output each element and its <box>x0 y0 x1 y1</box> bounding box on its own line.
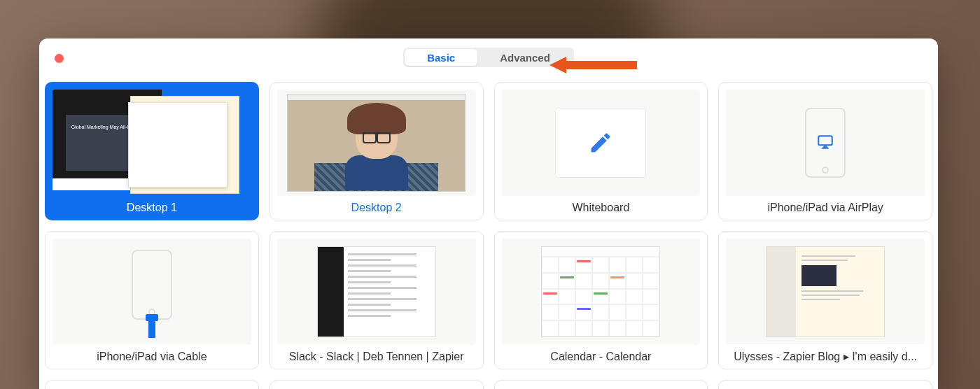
tab-segmented-control: Basic Advanced <box>403 48 574 67</box>
source-ulysses[interactable]: Ulysses - Zapier Blog ▸ I'm easily d... <box>718 231 932 369</box>
thumbnail <box>726 90 925 196</box>
thumbnail <box>277 90 476 196</box>
source-label: Desktop 2 <box>277 201 476 214</box>
source-slack[interactable]: Slack - Slack | Deb Tennen | Zapier <box>270 231 484 369</box>
annotation-arrow <box>550 55 637 76</box>
thumbnail <box>726 239 925 344</box>
source-desktop-1[interactable]: Global Marketing May All-Hands Desktop 1 <box>45 82 259 220</box>
next-row-peek <box>45 380 932 389</box>
source-label: Desktop 1 <box>52 201 251 214</box>
source-airplay[interactable]: iPhone/iPad via AirPlay <box>718 82 932 220</box>
thumbnail <box>52 239 251 345</box>
source-label: Slack - Slack | Deb Tennen | Zapier <box>277 351 476 363</box>
share-screen-dialog: Basic Advanced Global Marketing May All-… <box>39 38 938 389</box>
pencil-icon <box>588 130 613 155</box>
source-whiteboard[interactable]: Whiteboard <box>494 82 708 220</box>
svg-rect-0 <box>818 136 832 145</box>
share-source-grid: Global Marketing May All-Hands Desktop 1 <box>39 76 938 389</box>
source-label: Calendar - Calendar <box>502 351 701 363</box>
thumbnail <box>502 239 701 345</box>
phone-icon <box>132 250 172 320</box>
tab-basic[interactable]: Basic <box>405 49 477 66</box>
thumbnail <box>502 90 701 196</box>
source-label: Whiteboard <box>502 201 701 214</box>
phone-icon <box>805 108 846 178</box>
titlebar: Basic Advanced <box>39 38 938 76</box>
close-button[interactable] <box>55 54 64 63</box>
source-desktop-2[interactable]: Desktop 2 <box>270 82 484 220</box>
source-calendar[interactable]: Calendar - Calendar <box>494 231 708 369</box>
thumbnail <box>277 239 476 345</box>
source-cable[interactable]: iPhone/iPad via Cable <box>45 231 259 369</box>
airplay-icon <box>816 133 834 151</box>
thumbnail: Global Marketing May All-Hands <box>52 90 251 196</box>
source-label: Ulysses - Zapier Blog ▸ I'm easily d... <box>726 350 925 363</box>
source-label: iPhone/iPad via Cable <box>52 351 251 363</box>
svg-marker-3 <box>550 57 566 73</box>
source-label: iPhone/iPad via AirPlay <box>726 201 925 214</box>
